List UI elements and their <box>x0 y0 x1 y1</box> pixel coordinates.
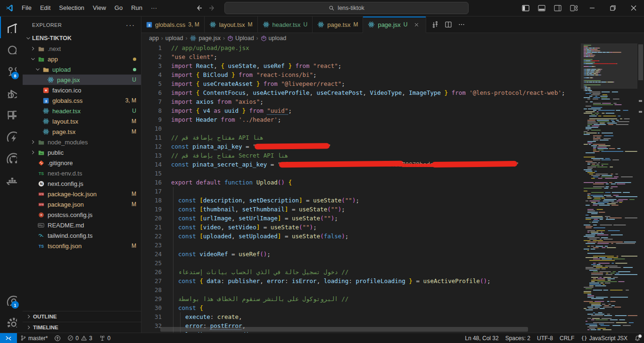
restore-button[interactable] <box>603 0 623 17</box>
tab-page.tsx[interactable]: page.tsxM <box>313 17 363 33</box>
code-line[interactable]: 22 const [uploaded, setUploaded] = useSt… <box>141 232 581 241</box>
code-line[interactable]: 25 <box>141 259 581 268</box>
code-line[interactable]: 3import React, { useState, useRef } from… <box>141 61 581 70</box>
overview-ruler[interactable] <box>637 43 644 333</box>
explorer-icon[interactable] <box>0 17 23 38</box>
command-center-search[interactable]: lens-tiktok <box>224 2 469 14</box>
code-line[interactable]: 16export default function Upload() { <box>141 178 581 187</box>
breadcrumb-item[interactable]: upload <box>165 35 183 42</box>
back-button[interactable] <box>192 2 206 14</box>
code-line[interactable]: 30 const { <box>141 303 581 312</box>
code-line[interactable]: 23 <box>141 241 581 250</box>
chevron-right-icon[interactable] <box>29 149 37 156</box>
tree-item-.next[interactable]: .next <box>23 43 141 54</box>
more-actions-icon[interactable] <box>455 19 468 30</box>
editor[interactable]: 1// app/upload/page.jsx2"use client";3im… <box>141 43 644 333</box>
breadcrumb-item[interactable]: upload <box>261 35 287 42</box>
layout-sidebar-right-icon[interactable] <box>550 2 566 14</box>
tab-header.tsx[interactable]: header.tsxU <box>258 17 313 33</box>
scrollbar-thumb[interactable] <box>638 44 643 80</box>
language-mode[interactable]: {}JavaScript JSX <box>578 333 631 343</box>
tree-item-public[interactable]: public <box>23 147 141 158</box>
notifications-bell[interactable] <box>631 333 644 343</box>
code-line[interactable]: 15 <box>141 169 581 178</box>
minimap-slider[interactable] <box>581 43 637 89</box>
tree-item-page.jsx[interactable]: page.jsxU <box>23 75 141 85</box>
tree-item-lens-tiktok[interactable]: LENS-TIKTOK <box>23 33 141 43</box>
code-line[interactable]: 2"use client"; <box>141 52 581 61</box>
tab-page.jsx[interactable]: page.jsxU <box>363 17 426 33</box>
remote-indicator[interactable] <box>0 333 17 343</box>
encoding[interactable]: UTF-8 <box>534 333 556 343</box>
thunder-client-icon[interactable] <box>0 125 23 147</box>
breadcrumb-item[interactable]: page.jsx <box>190 35 221 42</box>
minimize-button[interactable] <box>582 0 603 17</box>
close-icon[interactable] <box>413 20 421 29</box>
tab-globals.css[interactable]: 3globals.css3, M <box>141 17 205 33</box>
tree-item-globals.css[interactable]: 3globals.css3, M <box>23 95 141 106</box>
code-line[interactable]: 24 const videoRef = useRef(); <box>141 250 581 259</box>
code-line[interactable]: 13// مفتاح بإضافة قم Secret API هنا <box>141 151 581 160</box>
menu-view[interactable]: View <box>89 2 110 14</box>
split-editor-icon[interactable] <box>442 19 454 30</box>
chevron-down-icon[interactable] <box>29 56 37 62</box>
tree-item-package-lock.json[interactable]: package-lock.jsonM <box>23 189 141 199</box>
tree-item-upload[interactable]: upload <box>23 64 141 75</box>
tree-item-next.config.js[interactable]: Nnext.config.js <box>23 178 141 189</box>
code-line[interactable]: 11// مفتاح بإضافة قم API هنا <box>141 133 581 142</box>
code-line[interactable]: 27 const { data: publisher, error: isErr… <box>141 276 581 285</box>
code-line[interactable]: 8import { v4 as uuid } from "uuid"; <box>141 106 581 115</box>
tree-item-page.tsx[interactable]: page.tsxM <box>23 126 141 137</box>
menu-file[interactable]: File <box>17 2 36 14</box>
code-line[interactable]: 10 <box>141 124 581 133</box>
tree-item-postcss.config.js[interactable]: postcss.config.js <box>23 209 141 220</box>
breadcrumb-item[interactable]: Upload <box>227 35 254 42</box>
tree-item-.gitignore[interactable]: .gitignore <box>23 158 141 168</box>
code-line[interactable]: 26 دخول تسجيل حالة في الذي الحساب بيانات… <box>141 268 581 276</box>
settings-icon[interactable] <box>0 311 23 333</box>
breadcrumb-item[interactable]: app <box>149 35 159 42</box>
chevron-right-icon[interactable] <box>29 45 37 52</box>
minimap[interactable] <box>581 43 637 333</box>
breadcrumb[interactable]: app›upload›page.jsx›Upload›upload <box>141 33 644 43</box>
tree-item-tsconfig.json[interactable]: TStsconfig.jsonM <box>23 241 141 251</box>
tab-layout.tsx[interactable]: layout.tsxM <box>205 17 258 33</box>
branch-status[interactable]: master* <box>17 333 51 343</box>
layout-sidebar-left-icon[interactable] <box>518 2 534 14</box>
tree-item-tailwind.config.ts[interactable]: tailwind.config.ts <box>23 230 141 241</box>
menu-more[interactable]: ··· <box>147 2 161 14</box>
cursor-position[interactable]: Ln 48, Col 32 <box>462 333 502 343</box>
menu-go[interactable]: Go <box>110 2 127 14</box>
menu-run[interactable]: Run <box>127 2 147 14</box>
code-line[interactable]: 20 const [urlImage, setUrlImage] = useSt… <box>141 214 581 223</box>
tree-item-favicon.ico[interactable]: ★favicon.ico <box>23 85 141 95</box>
docker-icon[interactable] <box>0 168 23 190</box>
tree-item-next-env.d.ts[interactable]: TSnext-env.d.ts <box>23 168 141 178</box>
code-line[interactable]: 9import Header from '../header'; <box>141 115 581 124</box>
publish-button[interactable] <box>51 333 64 343</box>
open-changes-icon[interactable] <box>429 19 441 30</box>
explorer-more-actions[interactable]: ··· <box>126 21 135 29</box>
tree-item-package.json[interactable]: package.jsonM <box>23 199 141 209</box>
tree-item-layout.tsx[interactable]: layout.tsxM <box>23 116 141 126</box>
eol[interactable]: CRLF <box>556 333 578 343</box>
menu-selection[interactable]: Selection <box>55 2 88 14</box>
section-timeline[interactable]: TIMELINE <box>23 322 141 333</box>
code-line[interactable]: 19 const [thumbnail, setThumbnail] = use… <box>141 205 581 214</box>
code-line[interactable]: 14const pinata_secret_api_key = "3f10705… <box>141 160 581 169</box>
code-line[interactable]: 7import axios from "axios"; <box>141 97 581 106</box>
code-line[interactable]: 29 البروتوكول على بالنشر سنقوم الخطاف هذ… <box>141 294 581 303</box>
search-icon[interactable] <box>0 38 23 60</box>
horizontal-scrollbar[interactable] <box>160 327 528 332</box>
tree-item-header.tsx[interactable]: header.tsxU <box>23 106 141 116</box>
tree-item-readme.md[interactable]: README.md <box>23 220 141 230</box>
tree-item-app[interactable]: app <box>23 54 141 64</box>
code-line[interactable]: 21 const [video, setVideo] = useState(""… <box>141 223 581 232</box>
chevron-down-icon[interactable] <box>34 66 41 73</box>
ports-status[interactable]: 0 <box>96 333 114 343</box>
problems-status[interactable]: 0 3 <box>64 333 95 343</box>
code-line[interactable]: 28 <box>141 285 581 294</box>
close-button[interactable] <box>623 0 644 17</box>
layout-panel-icon[interactable] <box>534 2 550 14</box>
github-icon[interactable] <box>0 147 23 168</box>
